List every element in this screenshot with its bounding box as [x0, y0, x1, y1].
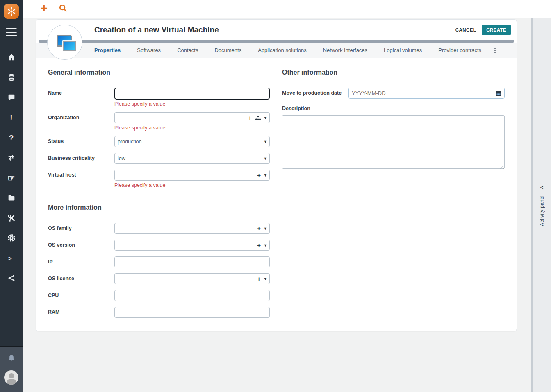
bell-icon[interactable] [7, 353, 16, 365]
hand-icon[interactable]: ☞ [7, 173, 16, 182]
sidebar-user-section [0, 346, 23, 392]
section-other-information: Other information [282, 69, 505, 80]
description-label: Description [282, 106, 505, 111]
tools-icon[interactable] [7, 213, 16, 222]
object-creation-card: Creation of a new Virtual Machine CANCEL… [36, 20, 517, 331]
field-row-ip: IP [48, 256, 270, 267]
move-to-production-date-label: Move to production date [282, 88, 348, 99]
tab-provider-contracts[interactable]: Provider contracts [430, 47, 490, 53]
os-version-input[interactable]: + ▾ [114, 240, 270, 251]
add-virtual-host-icon[interactable]: + [257, 172, 261, 178]
more-tabs-icon[interactable] [491, 46, 499, 54]
tab-application-solutions[interactable]: Application solutions [250, 47, 315, 53]
console-icon[interactable]: >_ [7, 254, 16, 263]
card-header: Creation of a new Virtual Machine CANCEL… [36, 20, 517, 40]
search-icon[interactable] [58, 3, 68, 14]
share-icon[interactable] [7, 274, 16, 283]
description-textarea[interactable] [282, 115, 505, 169]
form-body: General information Name Please specify … [36, 58, 517, 318]
menu-icon[interactable] [6, 28, 17, 36]
settings-icon[interactable] [7, 233, 16, 242]
os-family-input[interactable]: + ▾ [114, 223, 270, 234]
add-os-version-icon[interactable]: + [257, 242, 261, 248]
os-family-caret-icon[interactable]: ▾ [264, 227, 266, 231]
page-title: Creation of a new Virtual Machine [94, 25, 455, 34]
field-row-cpu: CPU [48, 290, 270, 301]
organization-label: Organization [48, 112, 114, 130]
organization-input[interactable]: + ▾ [114, 112, 270, 123]
virtual-host-label: Virtual host [48, 170, 114, 188]
user-avatar[interactable] [4, 370, 18, 385]
cpu-label: CPU [48, 290, 114, 301]
os-license-label: OS license [48, 273, 114, 284]
home-icon[interactable] [7, 53, 16, 62]
add-os-license-icon[interactable]: + [257, 276, 261, 282]
os-family-label: OS family [48, 223, 114, 234]
tab-contacts[interactable]: Contacts [169, 47, 206, 53]
database-icon[interactable] [7, 73, 16, 82]
cancel-button[interactable]: CANCEL [455, 27, 476, 32]
os-version-label: OS version [48, 240, 114, 251]
name-label: Name [48, 88, 114, 106]
topbar: + [23, 0, 551, 18]
quick-create-icon[interactable]: + [41, 8, 48, 10]
tab-logical-volumes[interactable]: Logical volumes [376, 47, 430, 53]
field-row-name: Name Please specify a value [48, 88, 270, 106]
chat-icon[interactable] [7, 93, 16, 102]
status-select[interactable]: production ▾ [114, 136, 270, 147]
help-icon[interactable]: ? [7, 133, 16, 142]
name-error: Please specify a value [114, 101, 270, 107]
calendar-icon[interactable] [496, 91, 501, 96]
name-input[interactable] [114, 88, 270, 100]
create-button[interactable]: CREATE [482, 25, 511, 35]
virtual-host-input[interactable]: + ▾ [114, 170, 270, 181]
tab-properties[interactable]: Properties [86, 47, 129, 53]
text-cursor [118, 91, 118, 97]
ip-input[interactable] [114, 256, 270, 267]
ram-input[interactable] [114, 307, 270, 318]
business-criticality-label: Business criticality [48, 153, 114, 164]
activity-panel-collapsed: < Activity panel [531, 18, 551, 392]
section-more-information: More information [48, 204, 270, 215]
os-license-caret-icon[interactable]: ▾ [264, 277, 266, 281]
alert-icon[interactable]: ! [7, 113, 16, 122]
status-label: Status [48, 136, 114, 147]
status-caret-icon: ▾ [264, 140, 266, 144]
move-to-production-date-input[interactable] [348, 88, 505, 99]
virtual-host-caret-icon[interactable]: ▾ [264, 173, 266, 177]
logo-starburst-icon [6, 6, 17, 17]
field-row-ram: RAM [48, 307, 270, 318]
sidebar-nav: ! ? ☞ >_ [7, 53, 16, 283]
hierarchy-icon[interactable] [255, 116, 261, 120]
os-license-input[interactable]: + ▾ [114, 273, 270, 284]
folder-icon[interactable] [7, 193, 16, 202]
sidebar: ! ? ☞ >_ [0, 0, 23, 392]
field-row-organization: Organization + ▾ Please specify a value [48, 112, 270, 130]
transfer-icon[interactable] [7, 153, 16, 162]
app-logo[interactable] [4, 4, 19, 19]
organization-caret-icon[interactable]: ▾ [264, 116, 266, 120]
ip-label: IP [48, 256, 114, 267]
section-general-information: General information [48, 69, 270, 80]
business-criticality-select[interactable]: low ▾ [114, 153, 270, 164]
field-row-virtual-host: Virtual host + ▾ Please specify a value [48, 170, 270, 188]
tab-softwares[interactable]: Softwares [129, 47, 169, 53]
activity-panel-label[interactable]: Activity panel [539, 195, 545, 226]
add-os-family-icon[interactable]: + [257, 225, 261, 231]
field-row-status: Status production ▾ [48, 136, 270, 147]
form-column-right: Other information Move to production dat… [282, 58, 505, 318]
field-row-move-to-production-date: Move to production date [282, 88, 505, 99]
ram-label: RAM [48, 307, 114, 318]
add-organization-icon[interactable]: + [248, 115, 252, 121]
field-row-business-criticality: Business criticality low ▾ [48, 153, 270, 164]
virtual-host-error: Please specify a value [114, 182, 270, 188]
tab-documents[interactable]: Documents [206, 47, 250, 53]
tabbar-track [39, 40, 514, 43]
cpu-input[interactable] [114, 290, 270, 301]
os-version-caret-icon[interactable]: ▾ [264, 243, 266, 247]
field-row-os-version: OS version + ▾ [48, 240, 270, 251]
virtual-machine-icon [47, 25, 82, 60]
expand-activity-panel-icon[interactable]: < [540, 184, 544, 190]
tabbar: Properties Softwares Contacts Documents … [36, 43, 517, 58]
tab-network-interfaces[interactable]: Network Interfaces [315, 47, 376, 53]
